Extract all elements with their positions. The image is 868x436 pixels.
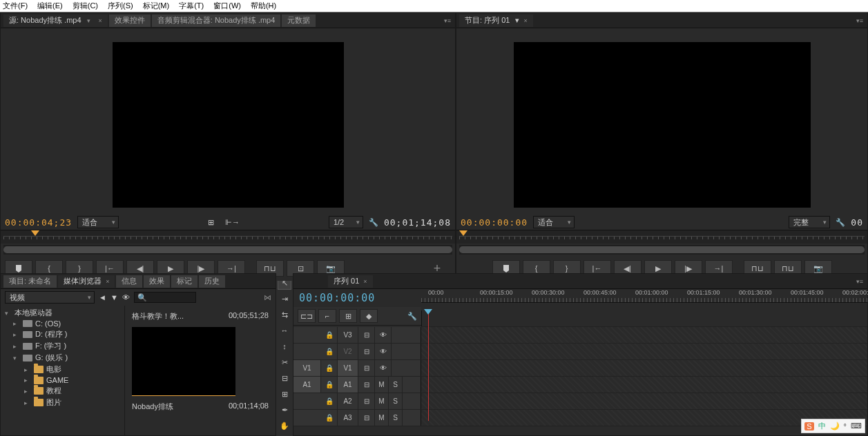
tab-history[interactable]: 历史 [199, 275, 225, 288]
wrench-icon[interactable]: 🔧 [369, 218, 378, 227]
search-input[interactable]: 🔍 [134, 292, 196, 303]
ime-moon-icon[interactable]: 🌙 [830, 422, 840, 430]
slide-tool[interactable]: ⊞ [278, 387, 291, 401]
tab-info[interactable]: 信息 [116, 275, 142, 288]
ime-punct[interactable]: ° [844, 422, 847, 430]
menu-title[interactable]: 字幕(T) [179, 1, 204, 11]
program-viewer[interactable] [514, 42, 811, 208]
source-viewer[interactable] [113, 42, 344, 208]
toggle-output-icon[interactable]: ⊟ [358, 410, 375, 426]
lock-icon[interactable]: 🔒 [321, 344, 338, 359]
tree-drive-f[interactable]: ▸F: (学习 ) [5, 340, 120, 352]
timeline-timecode[interactable]: 00:00:00:00 [299, 292, 375, 304]
track-a3[interactable]: 🔒 A3 ⊟ M S [293, 410, 867, 426]
lock-icon[interactable]: 🔒 [321, 410, 338, 426]
track-v1[interactable]: V1 🔒 V1 ⊟ 👁 [293, 360, 867, 377]
toggle-output-icon[interactable]: ⊟ [358, 393, 375, 409]
track-v3[interactable]: 🔒 V3 ⊟ 👁 [293, 327, 867, 344]
eye-icon[interactable]: 👁 [375, 360, 392, 376]
timeline-ruler[interactable]: 00:00 00:00:15:00 00:00:30:00 00:00:45:0… [421, 289, 867, 303]
tab-effect-controls[interactable]: 效果控件 [109, 14, 151, 27]
rate-stretch-tool[interactable]: ↕ [278, 339, 291, 353]
program-scrollbar[interactable] [459, 245, 865, 255]
menu-file[interactable]: 文件(F) [3, 1, 28, 11]
panel-menu-icon[interactable]: ▾≡ [856, 17, 863, 24]
tab-media-browser[interactable]: 媒体浏览器× [58, 275, 115, 288]
tree-folder-game[interactable]: ▸GAME [5, 375, 120, 385]
lock-icon[interactable]: 🔒 [321, 393, 338, 409]
source-scrollbar[interactable] [3, 245, 452, 255]
menu-marker[interactable]: 标记(M) [143, 1, 170, 11]
track-select-tool[interactable]: ⇥ [278, 292, 291, 306]
program-ruler[interactable] [456, 230, 867, 244]
hand-tool[interactable]: ✋ [278, 419, 291, 433]
wrench-icon[interactable]: 🔧 [836, 218, 845, 227]
source-ruler[interactable] [1, 230, 455, 244]
tree-folder-movie[interactable]: ▸电影 [5, 364, 120, 375]
link-icon[interactable]: ⋈ [264, 293, 271, 302]
panel-menu-icon[interactable]: ▾≡ [856, 278, 863, 285]
tab-fx[interactable]: 效果 [144, 275, 170, 288]
insert-icon[interactable]: ⊩→ [225, 218, 240, 227]
lock-icon[interactable]: 🔒 [321, 377, 338, 393]
toggle-output-icon[interactable]: ⊟ [358, 377, 375, 393]
source-out-timecode[interactable]: 00;01;14;08 [384, 217, 451, 228]
lock-icon[interactable]: 🔒 [321, 327, 338, 343]
source-resolution-dropdown[interactable]: 1/2 [329, 216, 363, 228]
toggle-output-icon[interactable]: ⊟ [358, 327, 375, 343]
menu-help[interactable]: 帮助(H) [251, 1, 276, 11]
funnel-icon[interactable]: ▼ [110, 293, 118, 301]
razor-tool[interactable]: ✂ [278, 355, 291, 369]
tree-drive-c[interactable]: ▸C: (OS) [5, 319, 120, 328]
slip-tool[interactable]: ⊟ [278, 371, 291, 385]
menu-clip[interactable]: 剪辑(C) [73, 1, 98, 11]
mute-button[interactable]: M [375, 377, 389, 393]
toggle-output-icon[interactable]: ⊟ [358, 360, 375, 376]
close-icon[interactable]: × [363, 278, 367, 285]
filter-dropdown[interactable]: 视频 [5, 291, 95, 304]
program-fit-dropdown[interactable]: 适合 [533, 216, 575, 228]
clip-thumbnail[interactable] [132, 327, 235, 396]
tree-drive-g[interactable]: ▾G: (娱乐 ) [5, 352, 120, 364]
close-icon[interactable]: × [99, 17, 102, 24]
track-v2[interactable]: 🔒 V2 ⊟ 👁 [293, 344, 867, 360]
tab-program[interactable]: 节目: 序列 01▾× [459, 14, 533, 27]
ime-keyboard-icon[interactable]: ⌨ [851, 422, 862, 430]
ime-toolbar[interactable]: S 中 🌙 ° ⌨ [801, 419, 865, 433]
tab-audio-mixer[interactable]: 音频剪辑混合器: Nobady排练 .mp4 [152, 14, 281, 27]
tree-folder-picture[interactable]: ▸图片 [5, 397, 120, 408]
toggle-output-icon[interactable]: ⊟ [358, 344, 375, 359]
program-quality-dropdown[interactable]: 完整 [789, 216, 830, 228]
tab-markers[interactable]: 标记 [171, 275, 197, 288]
settings-icon[interactable]: ⊞ [208, 218, 214, 227]
track-a1[interactable]: A1 🔒 A1 ⊟ M S [293, 377, 867, 393]
ime-lang[interactable]: 中 [818, 421, 826, 431]
track-a2[interactable]: 🔒 A2 ⊟ M S [293, 393, 867, 410]
menu-sequence[interactable]: 序列(S) [108, 1, 133, 11]
source-patch-a1[interactable]: A1 [293, 377, 321, 393]
lock-icon[interactable]: 🔒 [321, 360, 338, 376]
track-label[interactable]: A1 [338, 377, 358, 393]
tab-source[interactable]: 源: Nobady排练 .mp4▾× [3, 14, 108, 27]
solo-button[interactable]: S [389, 393, 403, 409]
rolling-edit-tool[interactable]: ↔ [278, 324, 291, 337]
timeline-playhead[interactable] [424, 309, 432, 319]
mute-button[interactable]: M [375, 410, 389, 426]
tab-project[interactable]: 项目: 未命名 [3, 275, 57, 288]
panel-menu-icon[interactable]: ▾≡ [444, 17, 451, 24]
mute-button[interactable]: M [375, 393, 389, 409]
back-icon[interactable]: ◄ [99, 293, 106, 301]
menu-edit[interactable]: 编辑(E) [37, 1, 63, 11]
source-patch-v1[interactable]: V1 [293, 360, 321, 376]
ripple-edit-tool[interactable]: ⇆ [278, 308, 291, 321]
tree-folder-tutorial[interactable]: ▸教程 [5, 385, 120, 397]
tab-sequence[interactable]: 序列 01× [328, 275, 373, 288]
solo-button[interactable]: S [389, 377, 403, 393]
program-in-timecode[interactable]: 00:00:00:00 [461, 217, 528, 228]
tab-metadata[interactable]: 元数据 [282, 14, 316, 27]
tree-drive-d[interactable]: ▸D: (程序 ) [5, 328, 120, 340]
tree-root[interactable]: ▾本地驱动器 [5, 307, 120, 319]
menu-window[interactable]: 窗口(W) [213, 1, 241, 11]
close-icon[interactable]: × [106, 278, 109, 285]
pen-tool[interactable]: ✒ [278, 403, 291, 417]
